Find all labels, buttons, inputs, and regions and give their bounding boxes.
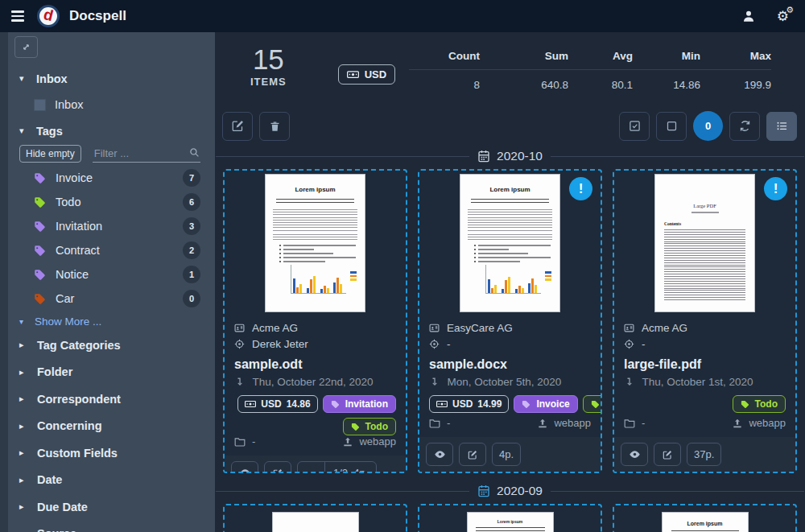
folder-icon — [429, 418, 440, 429]
card-footer: 4p. — [419, 437, 601, 472]
search-icon — [189, 147, 200, 158]
item-card-sample-docx[interactable]: ! Lorem ipsum — [418, 169, 602, 473]
preview-button[interactable] — [621, 443, 648, 466]
deselect-all-button[interactable] — [656, 112, 687, 141]
tag-badge-invitation[interactable]: Invitation — [323, 395, 396, 413]
chevron-right-icon: ▸ — [19, 367, 27, 377]
tag-item-notice[interactable]: Notice 1 — [34, 262, 215, 287]
stats-summary: 15 ITEMS USD Count Sum Avg Min Max 8 640… — [215, 32, 805, 109]
arrow-down-icon — [234, 377, 246, 388]
tag-badge-todo[interactable]: Todo — [343, 418, 396, 435]
chevron-right-icon: ▸ — [19, 421, 27, 431]
delete-items-button[interactable] — [259, 112, 290, 141]
address-card-icon — [429, 323, 440, 333]
money-icon — [347, 68, 359, 80]
concerning-row: - — [429, 336, 591, 352]
tag-item-invoice[interactable]: Invoice 7 — [34, 166, 215, 190]
inbox-checkbox-row[interactable]: Inbox — [34, 92, 215, 118]
item-card-sample-odt[interactable]: Lorem ipsum — [223, 169, 407, 473]
tag-icon — [34, 269, 46, 281]
settings-gear-icon[interactable]: ⚙⚙ — [777, 8, 789, 24]
items-label: ITEMS — [250, 76, 287, 88]
sidebar-scrollbar[interactable] — [0, 32, 8, 532]
tag-filter-input[interactable] — [93, 145, 200, 163]
date-group-header-2020-09: 2020-09 — [215, 478, 805, 504]
new-item-alert-badge: ! — [569, 177, 592, 200]
item-name[interactable]: sample.odt — [234, 357, 396, 372]
sidebar-section-tag-categories[interactable]: ▸ Tag Categories — [14, 332, 215, 359]
item-name[interactable]: sample.docx — [429, 357, 591, 372]
tag-item-todo[interactable]: Todo 6 — [34, 190, 215, 214]
thumbnail-bar-chart — [291, 265, 346, 294]
sidebar-section-folder[interactable]: ▸ Folder — [14, 359, 215, 386]
app-title: Docspell — [69, 8, 126, 24]
item-card-large-file-pdf[interactable]: ! Large PDF Contents Acme AG - la — [613, 169, 797, 473]
select-all-button[interactable] — [619, 112, 650, 141]
source-value: webapp — [359, 435, 396, 447]
tag-item-contract[interactable]: Contract 2 — [34, 238, 215, 262]
chevron-down-icon: ▾ — [19, 73, 27, 84]
user-icon[interactable] — [741, 9, 756, 23]
correspondent-row: EasyCare AG — [429, 320, 591, 336]
sidebar-section-concerning[interactable]: ▸ Concerning — [14, 413, 215, 440]
sidebar-section-correspondent[interactable]: ▸ Correspondent — [14, 386, 215, 413]
item-name[interactable]: large-file.pdf — [624, 357, 786, 372]
upload-icon — [342, 436, 353, 447]
item-date-row: Thu, October 22nd, 2020 — [234, 376, 396, 388]
item-card-partial[interactable]: Lorem ipsum — [613, 504, 797, 532]
tag-icon — [351, 423, 360, 431]
tag-badge-todo[interactable]: Todo — [733, 395, 786, 413]
preview-button[interactable] — [426, 443, 453, 466]
edit-button[interactable] — [264, 461, 291, 473]
tag-item-invitation[interactable]: Invitation 3 — [34, 214, 215, 238]
selected-count-badge: 0 — [693, 111, 723, 141]
pages-label[interactable]: 4p. — [492, 443, 521, 466]
calendar-icon — [477, 150, 490, 163]
collapse-sidebar-button[interactable] — [14, 36, 38, 58]
stats-header: Avg — [568, 50, 633, 62]
document-thumbnail[interactable]: Lorem ipsum — [225, 171, 406, 314]
sidebar-section-source[interactable]: ▸ Source — [14, 521, 215, 532]
arrow-right-icon[interactable]: → — [298, 462, 324, 473]
pages-nav-group[interactable]: → 1/2, 4p. — [297, 461, 377, 473]
sidebar-section-due-date[interactable]: ▸ Due Date — [14, 493, 215, 521]
item-list-main: 15 ITEMS USD Count Sum Avg Min Max 8 640… — [215, 32, 805, 532]
list-view-button[interactable] — [766, 112, 797, 141]
card-footer: → 1/2, 4p. — [225, 456, 406, 473]
edit-button[interactable] — [459, 443, 486, 466]
refresh-button[interactable] — [729, 112, 760, 141]
tag-badge-todo[interactable]: Todo — [583, 395, 602, 413]
item-card-partial[interactable]: Lorem ipsum — [418, 504, 602, 532]
hamburger-menu-icon[interactable] — [10, 7, 26, 25]
sidebar-section-inbox[interactable]: ▾ Inbox — [14, 65, 215, 92]
preview-button[interactable] — [231, 461, 258, 473]
edit-items-button[interactable] — [222, 112, 253, 141]
sidebar-section-custom-fields[interactable]: ▸ Custom Fields — [14, 439, 215, 467]
tag-item-car[interactable]: Car 0 — [34, 287, 215, 311]
tag-badge-invoice[interactable]: Invoice — [514, 395, 577, 413]
tag-icon — [522, 400, 530, 409]
tag-icon — [331, 400, 340, 409]
sidebar-section-tags[interactable]: ▾ Tags — [14, 118, 215, 144]
tag-count-badge: 0 — [183, 290, 200, 307]
items-count: 15 — [250, 45, 287, 73]
folder-value: - — [642, 417, 645, 429]
tag-count-badge: 2 — [183, 241, 200, 259]
folder-value: - — [252, 435, 255, 447]
hide-empty-button[interactable]: Hide empty — [19, 145, 81, 163]
stats-value: 199.9 — [700, 79, 771, 91]
docspell-logo: d — [37, 5, 60, 27]
edit-button[interactable] — [654, 443, 681, 466]
item-date-row: Mon, October 5th, 2020 — [429, 376, 591, 388]
show-more-link[interactable]: ▾ Show More ... — [14, 311, 215, 332]
pages-label[interactable]: 37p. — [687, 443, 721, 466]
tag-count-badge: 1 — [183, 266, 200, 283]
tag-icon — [34, 245, 46, 257]
inbox-checkbox[interactable] — [34, 99, 46, 111]
sidebar-section-date[interactable]: ▸ Date — [14, 467, 215, 494]
pages-label: 1/2, 4p. — [324, 462, 376, 473]
correspondent-row: Acme AG — [624, 320, 786, 336]
address-card-icon — [624, 323, 634, 333]
upload-icon — [732, 418, 743, 429]
item-card-partial[interactable]: Keywords a PDF — [223, 504, 407, 532]
